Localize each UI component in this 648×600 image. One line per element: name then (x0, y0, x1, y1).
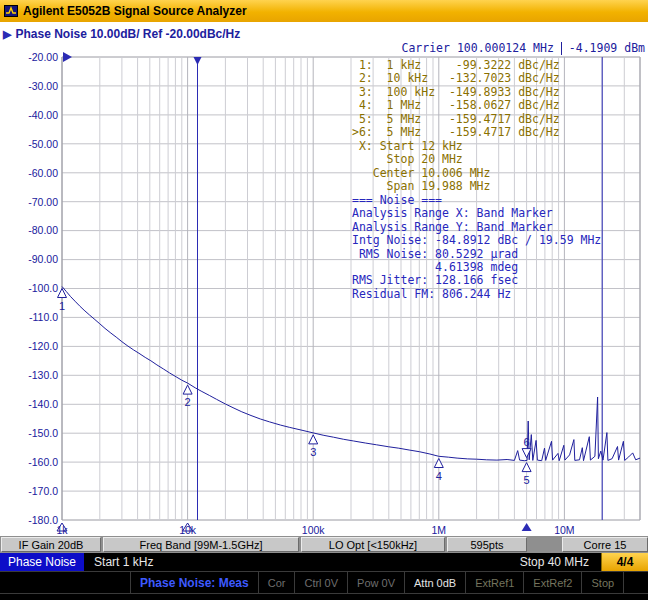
setting-corre-15: Corre 15 (562, 537, 648, 552)
analyzer-screen: Agilent E5052B Signal Source Analyzer ▶ … (0, 0, 648, 600)
sweep-start-label: Start 1 kHz (94, 555, 153, 569)
setting-lo-opt-150khz: LO Opt [<150kHz] (301, 537, 445, 552)
band-marker-readout: X: Start 12 kHz Stop 20 MHz Center 10.00… (352, 140, 490, 194)
svg-text:4: 4 (436, 470, 442, 482)
status-cor: Cor (259, 572, 296, 593)
svg-text:6: 6 (524, 436, 530, 448)
svg-text:-160.0: -160.0 (28, 456, 58, 468)
trace-markers: 123456 (58, 289, 532, 486)
status-extref1: ExtRef1 (466, 572, 524, 593)
svg-text:-120.0: -120.0 (28, 340, 58, 352)
measurement-settings-bar: IF Gain 20dBFreq Band [99M-1.5GHz]LO Opt… (0, 536, 648, 553)
svg-text:-20.00: -20.00 (28, 51, 58, 63)
marker-3[interactable]: 3 (309, 435, 318, 458)
status-bar-spacer (0, 572, 131, 593)
svg-text:-110.0: -110.0 (29, 311, 58, 323)
svg-text:10k: 10k (179, 524, 197, 536)
carrier-frequency-readout: Carrier 100.000124 MHz (402, 41, 554, 55)
status-extref2: ExtRef2 (524, 572, 582, 593)
trace-scale-readout: Phase Noise 10.00dB/ Ref -20.00dBc/Hz (15, 27, 240, 41)
svg-text:-60.00: -60.00 (28, 167, 58, 179)
carrier-readout-line: Carrier 100.000124 MHz -4.1909 dBm (402, 41, 646, 55)
status-ctrl-0v: Ctrl 0V (295, 572, 348, 593)
svg-text:5: 5 (524, 474, 530, 486)
carrier-power-readout: -4.1909 dBm (569, 41, 645, 55)
setting-if-gain-20db: IF Gain 20dB (1, 537, 101, 552)
svg-text:-140.0: -140.0 (28, 398, 58, 410)
svg-text:-70.00: -70.00 (28, 196, 58, 208)
svg-text:-180.0: -180.0 (28, 514, 58, 526)
window-title-bar[interactable]: Agilent E5052B Signal Source Analyzer (0, 0, 648, 22)
svg-text:-150.0: -150.0 (28, 427, 58, 439)
svg-text:10M: 10M (554, 524, 574, 536)
trace-scale-header: ▶ Phase Noise 10.00dB/ Ref -20.00dBc/Hz (3, 27, 240, 41)
svg-text:-90.00: -90.00 (28, 253, 58, 265)
svg-text:2: 2 (185, 396, 191, 408)
sweep-stop-label: Stop 40 MHz (520, 555, 589, 569)
marker-5[interactable]: 5 (522, 463, 531, 486)
instrument-status-bar: Phase Noise: MeasCorCtrl 0VPow 0VAttn 0d… (0, 571, 648, 594)
reference-level-arrow-icon (63, 52, 72, 62)
svg-text:1: 1 (59, 300, 65, 312)
svg-text:1M: 1M (432, 524, 447, 536)
svg-text:-130.0: -130.0 (28, 369, 58, 381)
page-indicator[interactable]: 4/4 (601, 553, 648, 571)
svg-text:-40.00: -40.00 (28, 109, 58, 121)
svg-text:-30.00: -30.00 (28, 80, 58, 92)
status-stop: Stop (582, 572, 624, 593)
status-pow-0v: Pow 0V (348, 572, 405, 593)
status-phase-noise-meas: Phase Noise: Meas (131, 572, 259, 593)
trace-select-arrow-icon: ▶ (3, 29, 11, 39)
svg-text:-50.00: -50.00 (28, 138, 58, 150)
marker-readout-table: 1: 1 kHz -99.3222 dBc/Hz 2: 10 kHz -132.… (352, 59, 560, 139)
x-axis-labels: 1k10k100k1M10M (56, 524, 574, 536)
sweep-range-bar: Phase Noise Start 1 kHz Stop 40 MHz 4/4 (0, 553, 648, 571)
svg-text:-80.00: -80.00 (28, 224, 58, 236)
y-axis-labels: -20.00-30.00-40.00-50.00-60.00-70.00-80.… (28, 51, 58, 526)
setting-595pts: 595pts (447, 537, 527, 552)
marker-position-indicators (57, 523, 532, 531)
readout-divider (561, 42, 562, 55)
window-title: Agilent E5052B Signal Source Analyzer (23, 4, 247, 18)
setting-freq-band-99m-1-5ghz: Freq Band [99M-1.5GHz] (103, 537, 299, 552)
svg-text:-100.0: -100.0 (28, 282, 58, 294)
app-icon (4, 4, 18, 18)
measurement-display: ▶ Phase Noise 10.00dB/ Ref -20.00dBc/Hz … (0, 22, 648, 536)
noise-analysis-readout: === Noise === Analysis Range X: Band Mar… (352, 194, 601, 301)
svg-text:-170.0: -170.0 (28, 485, 58, 497)
svg-text:100k: 100k (302, 524, 326, 536)
marker-1[interactable]: 1 (58, 289, 67, 312)
status-attn-0db: Attn 0dB (405, 572, 466, 593)
svg-text:3: 3 (310, 446, 316, 458)
channel-label[interactable]: Phase Noise (0, 553, 84, 571)
